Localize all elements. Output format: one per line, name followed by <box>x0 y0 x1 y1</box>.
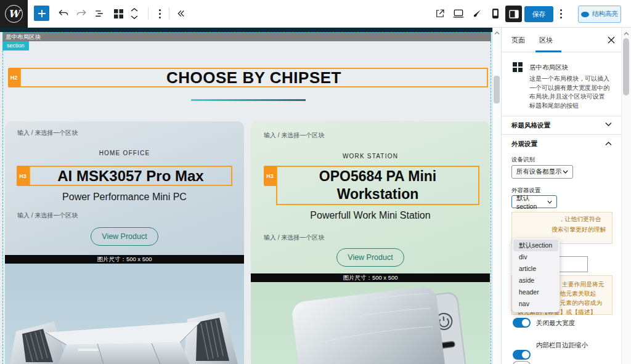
wordpress-logo-icon: W <box>5 5 23 23</box>
toolbar-separator <box>169 7 169 20</box>
move-up-down-icon <box>129 6 140 21</box>
sidebar-tabbar: 页面 区块 <box>502 28 622 52</box>
canvas-scrollbar-thumb[interactable] <box>494 76 500 103</box>
image-size-bar: 图片尺寸：500 x 500 <box>251 273 490 282</box>
plus-icon <box>38 9 46 18</box>
dropdown-option-div[interactable]: div <box>513 251 558 263</box>
block-inserter-button[interactable] <box>34 6 49 21</box>
heading-underline <box>191 99 306 101</box>
dropdown-option-header[interactable]: header <box>513 286 558 298</box>
card-category-label[interactable]: WORK STATION <box>251 153 490 160</box>
toolbar-separator <box>148 7 149 20</box>
mini-pc-angular-image <box>5 264 244 364</box>
product-card-work-station: 输入 / 来选择一个区块 WORK STATION H3 OPO5684 PA … <box>251 121 490 364</box>
chevron-down-icon <box>563 170 568 174</box>
page-top-strip <box>0 28 492 32</box>
card-title-block[interactable]: AI MSK3057 Pro Max <box>29 166 232 186</box>
container-select-value: 默认section <box>516 194 547 210</box>
view-product-button[interactable]: View Product <box>91 227 158 246</box>
chevron-down-icon[interactable] <box>605 122 612 127</box>
structure-highlight-label: 结构高亮 <box>592 10 618 18</box>
chevron-down-icon <box>547 200 552 204</box>
collapse-toolbar-button[interactable] <box>174 7 187 20</box>
chevron-up-icon[interactable] <box>605 141 612 146</box>
card-title-block[interactable]: OPO5684 PA Mini Workstation <box>276 166 479 205</box>
dropdown-option-nav[interactable]: nav <box>513 298 558 310</box>
max-width-toggle-label: 关闭最大宽度 <box>536 319 575 328</box>
settings-sidebar: 页面 区块 居中布局区块 这是一个布局模块，可以插入一个可以拥有最大宽度居中的布… <box>501 28 621 364</box>
more-options-button[interactable] <box>554 7 568 20</box>
tab-block[interactable]: 区块 <box>539 36 553 45</box>
highlight-dot-icon <box>581 12 589 17</box>
h3-level-badge: H3 <box>17 166 29 186</box>
top-toolbar: W <box>0 0 631 28</box>
block-options-button[interactable] <box>153 7 166 20</box>
image-size-bar: 图片尺寸：500 x 500 <box>5 255 244 264</box>
divider <box>502 116 622 116</box>
device-select[interactable]: 所有设备都显示 <box>511 165 573 179</box>
block-appender-placeholder[interactable]: 输入 / 来选择一个区块 <box>17 129 78 137</box>
double-chevron-left-icon <box>175 8 186 19</box>
seo-note-line1: ，让他们更符合 <box>559 216 601 224</box>
scroll-up-arrow-icon[interactable] <box>494 31 500 35</box>
preview-external-button[interactable] <box>433 7 447 20</box>
block-type-button[interactable] <box>112 7 125 20</box>
wordpress-menu-button[interactable]: W <box>0 0 28 28</box>
padding-toggle[interactable] <box>513 350 531 360</box>
block-mover-button[interactable] <box>128 7 141 20</box>
tab-page[interactable]: 页面 <box>511 36 525 45</box>
list-view-icon <box>93 7 105 20</box>
scroll-up-arrow-icon[interactable] <box>624 31 629 36</box>
block-type-grid-icon <box>513 62 523 72</box>
list-view-button[interactable] <box>92 7 106 20</box>
undo-button[interactable] <box>57 7 70 20</box>
card-subtitle[interactable]: Powerfull Work Mini Station <box>251 210 490 221</box>
mobile-preview-button[interactable] <box>489 7 502 20</box>
dropdown-option-section[interactable]: 默认section <box>513 240 558 251</box>
container-select[interactable]: 默认section <box>511 195 557 208</box>
divider <box>502 134 622 135</box>
ellipsis-vertical-icon <box>560 9 562 18</box>
block-appender-placeholder[interactable]: 输入 / 来选择一个区块 <box>17 211 78 220</box>
paint-tool-icon <box>471 8 482 19</box>
panel-title-style[interactable]: 标题风格设置 <box>511 121 550 130</box>
mobile-icon <box>492 8 499 19</box>
block-appender-placeholder[interactable]: 输入 / 来选择一个区块 <box>264 233 324 242</box>
mini-pc-rounded-image <box>251 282 490 364</box>
redo-button[interactable] <box>75 7 88 20</box>
structure-highlight-button[interactable]: 结构高亮 <box>578 6 621 23</box>
card-title-text: OPO5684 PA Mini Workstation <box>298 168 458 203</box>
editor-canvas: 居中布局区块 section H2 CHOOSE BY CHIPSET 输入 /… <box>0 28 492 364</box>
view-product-button[interactable]: View Product <box>336 248 404 267</box>
block-grid-icon <box>113 9 124 19</box>
product-image-home-office[interactable] <box>5 264 244 364</box>
card-title-text: AI MSK3057 Pro Max <box>57 168 203 185</box>
dropdown-option-article[interactable]: article <box>513 263 558 275</box>
product-image-work-station[interactable] <box>251 282 490 364</box>
h3-level-badge: H3 <box>264 166 276 186</box>
desktop-preview-button[interactable] <box>452 7 465 20</box>
device-select-value: 所有设备都显示 <box>516 168 562 176</box>
external-link-icon <box>434 8 446 19</box>
sidebar-scrollbar-thumb[interactable] <box>623 38 629 95</box>
section-heading-text: CHOOSE BY CHIPSET <box>166 68 341 87</box>
sidebar-panel-icon <box>509 10 519 18</box>
save-button[interactable]: 保存 <box>524 6 553 22</box>
card-category-label[interactable]: HOME OFFICE <box>5 150 244 156</box>
close-sidebar-icon[interactable] <box>608 36 615 44</box>
redo-icon <box>75 7 88 20</box>
partial-toggle[interactable] <box>513 361 531 364</box>
max-width-toggle[interactable] <box>513 318 531 328</box>
seo-note-line2: 搜索引擎更好的理解 <box>552 226 606 234</box>
customize-tool-button[interactable] <box>470 7 484 20</box>
product-card-home-office: 输入 / 来选择一个区块 HOME OFFICE H3 AI MSK3057 P… <box>5 121 244 364</box>
block-appender-placeholder[interactable]: 输入 / 来选择一个区块 <box>264 131 324 140</box>
card-subtitle[interactable]: Power Performance Mini PC <box>5 192 244 203</box>
settings-sidebar-toggle[interactable] <box>505 6 522 22</box>
panel-appearance[interactable]: 外观设置 <box>511 140 537 148</box>
device-label: 设备识别 <box>511 156 535 164</box>
selected-block-label: 居中布局区块 <box>2 32 491 41</box>
dropdown-option-aside[interactable]: aside <box>513 275 558 286</box>
active-tab-indicator <box>535 51 561 52</box>
section-heading-block[interactable]: CHOOSE BY CHIPSET <box>20 68 488 87</box>
